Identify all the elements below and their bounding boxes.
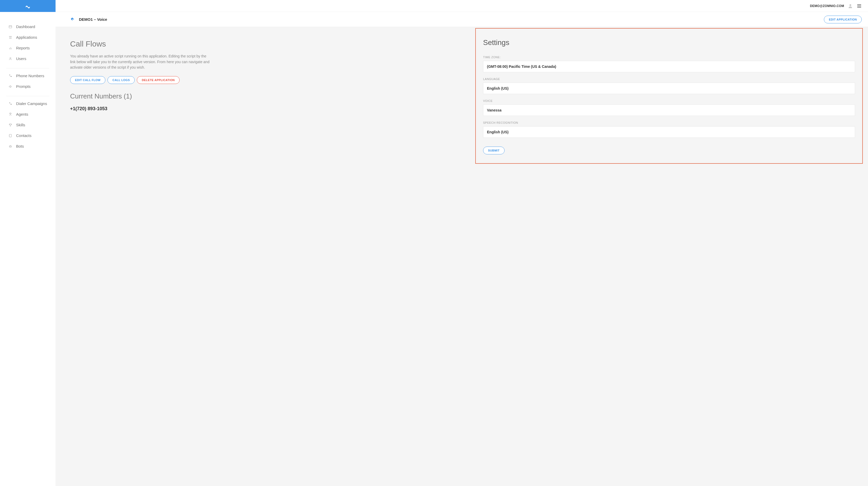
logo-icon xyxy=(25,3,31,9)
phone-icon xyxy=(8,74,12,78)
current-numbers-heading: Current Numbers (1) xyxy=(70,92,458,100)
timezone-select[interactable]: (GMT-08:00) Pacific Time (US & Canada) xyxy=(483,61,855,72)
sidebar-item-label: Prompts xyxy=(16,84,31,89)
sidebar-item-reports[interactable]: Reports xyxy=(6,42,49,53)
call-flows-description: You already have an active script runnin… xyxy=(70,54,210,70)
language-select[interactable]: English (US) xyxy=(483,83,855,94)
svg-rect-0 xyxy=(9,26,12,28)
edit-application-button[interactable]: EDIT APPLICATION xyxy=(824,16,862,23)
hamburger-menu-icon[interactable] xyxy=(857,3,862,8)
sidebar-item-users[interactable]: Users xyxy=(6,53,49,64)
apps-icon xyxy=(8,35,12,39)
chart-icon xyxy=(8,46,12,50)
page-header: DEMO1 – Voice EDIT APPLICATION xyxy=(56,12,868,27)
sidebar-item-dialer-campaigns[interactable]: Dialer Campaigns xyxy=(6,98,49,109)
main: DEMO@ZOMNIO.COM DEMO1 – Voice EDIT APPLI… xyxy=(56,0,868,486)
settings-panel: Settings TIME ZONE: (GMT-08:00) Pacific … xyxy=(475,28,863,164)
settings-column: Settings TIME ZONE: (GMT-08:00) Pacific … xyxy=(473,27,868,486)
sidebar-item-label: Bots xyxy=(16,144,24,148)
voice-field: VOICE Vanessa xyxy=(483,99,855,116)
language-label: LANGUAGE xyxy=(483,78,855,81)
svg-point-4 xyxy=(11,36,11,37)
logo[interactable] xyxy=(0,0,56,12)
svg-point-2 xyxy=(9,36,10,37)
page-title: DEMO1 – Voice xyxy=(79,17,107,22)
sidebar-item-prompts[interactable]: Prompts xyxy=(6,81,49,92)
call-flows-column: Call Flows You already have an active sc… xyxy=(56,27,467,486)
sidebar-item-label: Phone Numbers xyxy=(16,74,44,78)
sidebar-item-contacts[interactable]: Contacts xyxy=(6,130,49,141)
call-flows-heading: Call Flows xyxy=(70,39,458,48)
content: Call Flows You already have an active sc… xyxy=(56,27,868,486)
contacts-icon xyxy=(8,134,12,138)
svg-rect-14 xyxy=(9,134,11,137)
settings-heading: Settings xyxy=(483,38,855,47)
sidebar-item-label: Dialer Campaigns xyxy=(16,102,47,106)
sidebar-item-label: Agents xyxy=(16,112,28,116)
svg-point-3 xyxy=(10,36,11,37)
voice-select[interactable]: Vanessa xyxy=(483,105,855,116)
voice-label: VOICE xyxy=(483,99,855,103)
back-arrow-icon[interactable] xyxy=(70,17,75,22)
user-email[interactable]: DEMO@ZOMNIO.COM xyxy=(810,4,844,8)
timezone-label: TIME ZONE: xyxy=(483,56,855,59)
sidebar-item-label: Applications xyxy=(16,35,37,39)
sidebar-item-phone-numbers[interactable]: Phone Numbers xyxy=(6,70,49,81)
sidebar-item-label: Reports xyxy=(16,46,30,50)
call-logs-button[interactable]: CALL LOGS xyxy=(107,76,135,84)
delete-application-button[interactable]: DELETE APPLICATION xyxy=(137,76,180,84)
svg-point-19 xyxy=(10,146,10,147)
sidebar-item-skills[interactable]: Skills xyxy=(6,119,49,130)
speaker-icon xyxy=(8,84,12,89)
sidebar-item-dashboard[interactable]: Dashboard xyxy=(6,21,49,32)
phone-icon xyxy=(8,102,12,106)
speech-recognition-label: SPEECH RECOGNITION xyxy=(483,121,855,124)
phone-number: +1(720) 893-1053 xyxy=(70,106,458,112)
avatar-icon[interactable] xyxy=(848,3,853,8)
timezone-field: TIME ZONE: (GMT-08:00) Pacific Time (US … xyxy=(483,56,855,72)
user-icon xyxy=(8,57,12,61)
sidebar-item-applications[interactable]: Applications xyxy=(6,32,49,42)
speech-recognition-field: SPEECH RECOGNITION English (US) xyxy=(483,121,855,138)
svg-point-22 xyxy=(849,4,851,6)
sidebar-nav: Dashboard Applications Reports Users xyxy=(0,12,56,156)
svg-point-11 xyxy=(10,113,11,114)
svg-point-10 xyxy=(10,57,11,59)
bot-icon xyxy=(8,144,12,148)
sidebar-item-agents[interactable]: Agents xyxy=(6,109,49,119)
topbar: DEMO@ZOMNIO.COM xyxy=(56,0,868,12)
edit-call-flow-button[interactable]: EDIT CALL FLOW xyxy=(70,76,105,84)
agent-icon xyxy=(8,112,12,116)
sidebar-item-label: Skills xyxy=(16,123,25,127)
sidebar-item-label: Contacts xyxy=(16,133,31,138)
dashboard-icon xyxy=(8,25,12,29)
sidebar-item-bots[interactable]: Bots xyxy=(6,141,49,151)
speech-recognition-select[interactable]: English (US) xyxy=(483,126,855,138)
sidebar: Dashboard Applications Reports Users xyxy=(0,0,56,486)
language-field: LANGUAGE English (US) xyxy=(483,78,855,94)
svg-rect-18 xyxy=(9,146,11,147)
sidebar-item-label: Users xyxy=(16,56,26,61)
trophy-icon xyxy=(8,123,12,127)
submit-button[interactable]: SUBMIT xyxy=(483,147,505,154)
sidebar-item-label: Dashboard xyxy=(16,24,35,29)
